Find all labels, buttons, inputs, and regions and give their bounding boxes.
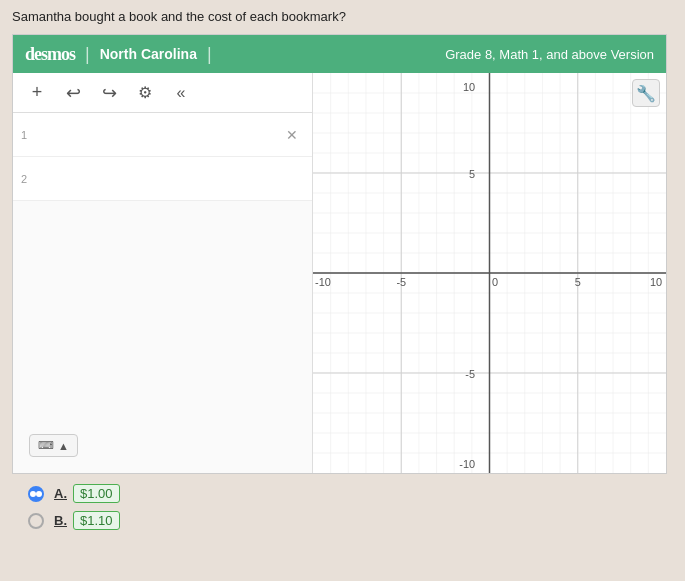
graph-area[interactable]: -10 -5 0 5 10 10 5 -5 -10 🔧 [313,73,666,473]
svg-text:-5: -5 [396,276,406,288]
desmos-body: + ↩ ↪ ⚙ « 1 [13,73,666,473]
gear-button[interactable]: ⚙ [131,79,159,107]
choice-letter-a: A. [54,486,67,501]
collapse-button[interactable]: « [167,79,195,107]
wrench-icon: 🔧 [636,84,656,103]
wrench-button[interactable]: 🔧 [632,79,660,107]
choice-letter-b: B. [54,513,67,528]
expr-number-1: 1 [21,129,39,141]
redo-icon: ↪ [102,82,117,104]
desmos-container: desmos | North Carolina | Grade 8, Math … [12,34,667,474]
keyboard-arrow: ▲ [58,440,69,452]
add-expression-button[interactable]: + [23,79,51,107]
svg-text:10: 10 [650,276,662,288]
keyboard-area: ⌨ ▲ [13,418,312,473]
undo-button[interactable]: ↩ [59,79,87,107]
desmos-toolbar: + ↩ ↪ ⚙ « [13,73,312,113]
answer-choices: A. $1.00 B. $1.10 [12,474,673,548]
choice-value-a: $1.00 [73,484,120,503]
header-version: Grade 8, Math 1, and above Version [445,47,654,62]
expr-content-2[interactable] [39,166,304,192]
expr-number-2: 2 [21,173,39,185]
expression-list: 1 ✕ 2 [13,113,312,418]
keyboard-icon: ⌨ [38,439,54,452]
expr-input-2[interactable] [43,171,300,187]
redo-button[interactable]: ↪ [95,79,123,107]
desmos-logo: desmos [25,44,75,65]
svg-text:0: 0 [492,276,498,288]
svg-text:10: 10 [463,81,475,93]
expression-row-2: 2 [13,157,312,201]
svg-text:5: 5 [469,168,475,180]
svg-text:-10: -10 [459,458,475,470]
svg-text:-5: -5 [465,368,475,380]
choice-label-a: A. $1.00 [54,484,120,503]
answer-choice-b: B. $1.10 [28,511,657,530]
expr-input-1[interactable] [43,127,276,143]
graph-grid: -10 -5 0 5 10 10 5 -5 -10 [313,73,666,473]
answer-choice-a: A. $1.00 [28,484,657,503]
desmos-header: desmos | North Carolina | Grade 8, Math … [13,35,666,73]
expr-content-1[interactable] [39,122,280,148]
choice-label-b: B. $1.10 [54,511,120,530]
keyboard-toggle-button[interactable]: ⌨ ▲ [29,434,78,457]
svg-text:-10: -10 [315,276,331,288]
gear-icon: ⚙ [138,83,152,102]
header-divider2: | [207,44,212,65]
radio-b[interactable] [28,513,44,529]
expression-row-1: 1 ✕ [13,113,312,157]
svg-text:5: 5 [575,276,581,288]
collapse-icon: « [177,84,186,102]
header-divider1: | [85,44,90,65]
undo-icon: ↩ [66,82,81,104]
question-text: Samantha bought a book and the cost of e… [12,8,673,26]
desmos-sidebar: + ↩ ↪ ⚙ « 1 [13,73,313,473]
expr-close-1[interactable]: ✕ [280,125,304,145]
choice-value-b: $1.10 [73,511,120,530]
radio-a[interactable] [28,486,44,502]
header-region: North Carolina [100,46,197,62]
